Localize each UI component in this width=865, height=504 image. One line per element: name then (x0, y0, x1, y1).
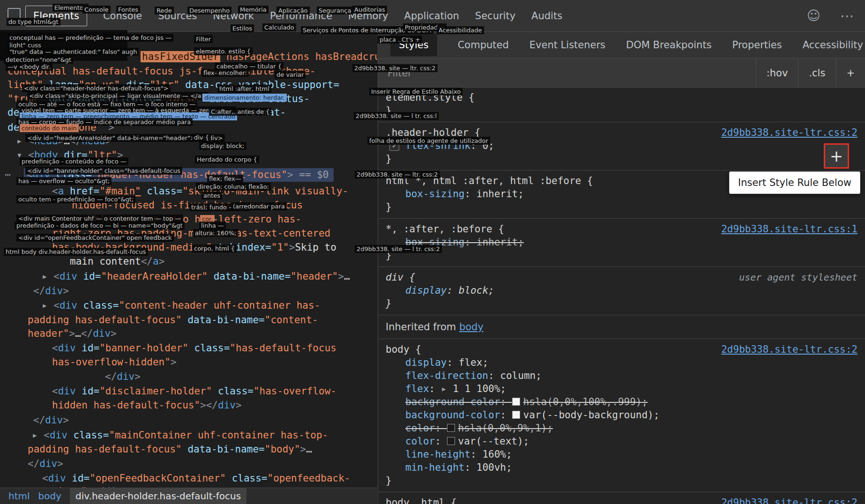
tab-security[interactable]: Security (475, 10, 515, 22)
node-menu-icon[interactable]: ⋯ (5, 169, 11, 180)
property-value: 100vh; (477, 462, 512, 473)
css-property[interactable]: line-height: 160%; (386, 448, 858, 461)
more-menu-icon[interactable]: ⋯ (840, 7, 855, 24)
sidebar-tab-computed[interactable]: Computed (458, 39, 509, 51)
overridden-property: box-sizing: inherit; (405, 237, 524, 248)
sidebar-tab-styles[interactable]: Styles (390, 34, 437, 56)
overridden-property: color: hsla(0,0%,9%,1); (405, 422, 553, 434)
dom-tree-line[interactable]: </div> (0, 371, 141, 383)
dom-tree-line[interactable]: <a href="#main" class="skip-to-main-link… (0, 185, 348, 198)
css-property[interactable]: background-color: hsla(0,0%,100%,.999); (386, 395, 858, 408)
tab-network[interactable]: Network (213, 10, 254, 22)
dom-tree-line[interactable]: right-zero has-padding-medium has-text-c… (0, 227, 330, 240)
dom-tree-line[interactable]: </div> (0, 285, 69, 297)
styles-filter-bar: :hov .cls + (378, 59, 865, 88)
css-property[interactable]: color: var(--text); (386, 435, 858, 448)
stylesheet-link[interactable]: 2d9bb338.site-ltr.css:2 (721, 343, 858, 356)
dom-tree-line[interactable]: <div id="disclaimer-holder" class="has-o… (0, 385, 336, 398)
dom-tree-line[interactable]: <div id="openFeedbackContainer" class="o… (0, 472, 350, 485)
tab-performance[interactable]: Performance (270, 10, 332, 22)
breadcrumb-item[interactable]: div.header-holder.has-default-focus (70, 488, 246, 504)
color-swatch[interactable] (512, 398, 520, 406)
sidebar-tab-accessibility[interactable]: Accessibility (803, 39, 863, 51)
rule-selector[interactable]: div { (386, 271, 415, 284)
dom-tree-line[interactable]: "true" data-authenticated="false" data-a… (0, 93, 310, 105)
toggle-class-button[interactable]: .cls (798, 59, 835, 87)
sidebar-tab-dom-breakpoints[interactable]: DOM Breakpoints (626, 39, 712, 51)
css-property[interactable]: box-sizing: inherit; (386, 236, 858, 249)
tab-elements[interactable]: Elements (25, 6, 87, 26)
css-property[interactable]: min-height: 100vh; (386, 461, 858, 474)
property-name: box-sizing (405, 237, 464, 248)
dom-tree-line[interactable]: ▸ <div id="headerAreaHolder" data-bi-nam… (0, 270, 350, 283)
main-panel-tabs: ElementsConsoleSourcesNetworkPerformance… (29, 6, 578, 26)
stylesheet-link[interactable]: 2d9bb338.site-ltr.css:1 (721, 222, 858, 236)
dom-tree-line[interactable]: has-overflow-hidden"> (0, 356, 177, 369)
breadcrumb: htmlbodydiv.header-holder.has-default-fo… (0, 488, 377, 504)
tab-memory[interactable]: Memory (348, 10, 388, 22)
dom-tree-line[interactable]: focus-visible has-top-zero has-left-zero… (0, 213, 301, 226)
css-property[interactable]: color: hsla(0,0%,9%,1); (386, 422, 858, 435)
dom-tree-line[interactable]: padding has-default-focus" data-bi-name=… (0, 314, 318, 326)
tab-audits[interactable]: Audits (531, 10, 562, 22)
style-rule: div {user agent stylesheetdisplay: block… (378, 267, 865, 315)
dom-tree-line[interactable]: ▾ <body dir="ltr"> (0, 149, 123, 162)
tab-application[interactable]: Application (404, 10, 459, 22)
dom-tree-line[interactable]: hidden has-default-focus"></div> (0, 399, 242, 412)
stylesheet-link[interactable]: 2d9bb338.site-ltr.css:2 (721, 496, 858, 504)
css-property[interactable]: display: flex; (386, 356, 858, 369)
dom-tree-line[interactable]: ⋯<div class="header-holder has-default-f… (0, 169, 334, 181)
dom-tree-line[interactable]: padding has-default-focus" data-bi-name=… (0, 443, 312, 456)
dom-tree-line[interactable]: conceptual has-default-focus js-focus-vi… (0, 65, 315, 78)
property-value: flex; (459, 357, 488, 368)
rule-selector[interactable]: element.style { (386, 91, 475, 104)
sidebar-tab-properties[interactable]: Properties (732, 39, 782, 51)
color-swatch[interactable] (512, 411, 520, 419)
insert-style-rule-button[interactable]: + (824, 143, 849, 169)
dom-tree-line[interactable]: header">…</div> (0, 327, 117, 340)
rule-selector[interactable]: body, html { (386, 496, 457, 504)
dom-tree-line[interactable]: detection="none" > (0, 121, 114, 134)
sidebar-tab-event-listeners[interactable]: Event Listeners (529, 39, 605, 51)
property-value: 0; (482, 140, 494, 151)
dom-tree-line[interactable]: </div> (0, 414, 69, 427)
breadcrumb-item[interactable]: body (38, 490, 61, 502)
stylesheet-link[interactable]: 2d9bb338.site-ltr.css:2 (721, 126, 858, 139)
rule-selector[interactable]: body { (386, 343, 421, 356)
dom-tree-line[interactable]: main content</a> (0, 255, 164, 268)
css-property[interactable]: flex-direction: column; (386, 369, 858, 382)
rule-selector[interactable]: *, :after, :before { (386, 222, 504, 236)
property-checkbox[interactable]: ✓ (389, 141, 399, 151)
css-property[interactable]: flex: ▸ 1 1 100%; (386, 382, 858, 395)
feedback-smiley-icon[interactable]: ☺ (807, 8, 820, 23)
property-value: hsla(0,0%,100%,.999); (523, 396, 648, 408)
styles-filter-input[interactable] (378, 59, 756, 87)
dom-tree-line[interactable]: determined="true" data-target="docs" ms-… (0, 106, 286, 119)
dom-tree-line[interactable]: ▸ <head>…</head> (0, 135, 111, 148)
inherited-body-link[interactable]: body (459, 321, 484, 333)
dom-tree-line[interactable]: has-body-background-medium" tabindex="1"… (0, 241, 336, 254)
dom-tree-line[interactable]: ▸ <div class="mainContainer uhf-containe… (0, 429, 328, 442)
new-style-rule-button[interactable]: + (835, 59, 865, 87)
css-property[interactable]: background-color: var(--body-background)… (386, 408, 858, 422)
expand-arrow-icon[interactable]: ▸ (441, 383, 453, 394)
tab-sources[interactable]: Sources (158, 10, 197, 22)
rule-selector[interactable]: .header-holder { (386, 126, 480, 139)
dom-tree: hasFixedSider hasPageActions hasBreadcru… (0, 0, 377, 504)
rule-selector[interactable]: html *, html :after, html :before { (386, 174, 593, 187)
css-property[interactable]: ✓flex-shrink: 0; (386, 139, 858, 152)
insert-style-rule-tooltip: Insert Style Rule Below (729, 171, 860, 194)
dom-tree-line[interactable]: hidden-focused is-fixed has-inner-focus (0, 199, 303, 212)
dom-tree-line[interactable]: <div id="banner-holder" class="has-defau… (0, 342, 336, 355)
css-property[interactable]: display: block; (386, 284, 858, 297)
property-name: background-color (405, 409, 500, 421)
device-toolbar-icon[interactable] (7, 8, 21, 24)
dom-tree-line[interactable]: </div> (0, 458, 63, 470)
color-swatch[interactable] (447, 424, 455, 432)
tab-console[interactable]: Console (103, 10, 142, 22)
breadcrumb-item[interactable]: html (8, 490, 30, 502)
dom-tree-line[interactable]: light" lang="en-us" dir="ltr" data-css-v… (0, 79, 339, 91)
color-swatch[interactable] (447, 437, 455, 445)
toggle-hover-state-button[interactable]: :hov (756, 59, 798, 87)
dom-tree-line[interactable]: ▸ <div class="content-header uhf-contain… (0, 299, 320, 312)
